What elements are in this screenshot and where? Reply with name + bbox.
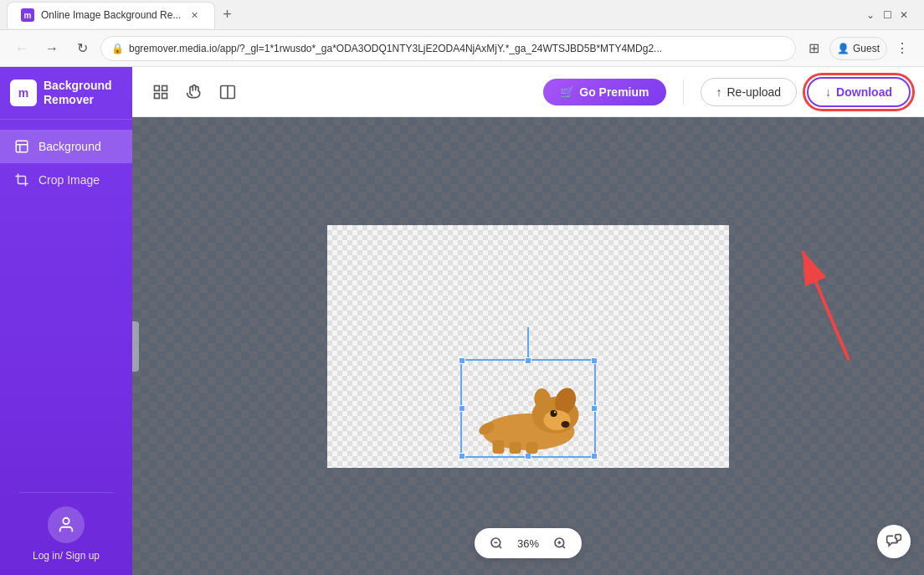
- select-tool-button[interactable]: [146, 77, 176, 107]
- account-button[interactable]: 👤 Guest: [829, 37, 887, 60]
- url-text: bgremover.media.io/app/?_gl=1*1rwusdo*_g…: [129, 43, 785, 54]
- premium-icon: 🛒: [560, 85, 574, 99]
- svg-rect-18: [526, 442, 538, 454]
- main-area: 🛒 Go Premium ↑ Re-upload ↓ Download: [132, 67, 924, 575]
- crop-label: Crop Image: [38, 173, 100, 187]
- browser-actions: ⊞ 👤 Guest ⋮: [803, 37, 914, 60]
- active-tab[interactable]: m Online Image Background Re... ✕: [7, 2, 215, 28]
- tab-title: Online Image Background Re...: [41, 9, 181, 21]
- download-icon: ↓: [825, 85, 831, 99]
- toolbar-divider: [683, 80, 684, 105]
- zoom-toolbar: 36%: [475, 528, 582, 558]
- back-button[interactable]: ←: [10, 37, 33, 60]
- svg-rect-4: [155, 93, 160, 98]
- premium-label: Go Premium: [579, 85, 649, 99]
- address-bar: ← → ↻ 🔒 bgremover.media.io/app/?_gl=1*1r…: [0, 30, 924, 67]
- svg-rect-3: [162, 85, 167, 90]
- svg-point-15: [554, 411, 556, 413]
- reupload-label: Re-upload: [727, 85, 782, 99]
- svg-line-26: [562, 546, 565, 548]
- svg-rect-5: [162, 93, 167, 98]
- sidebar-header: m Background Remover: [0, 67, 132, 120]
- toolbar-tools: [146, 77, 243, 107]
- background-label: Background: [38, 140, 101, 153]
- handle-top-left[interactable]: [459, 357, 465, 364]
- sidebar: m Background Remover Background: [0, 67, 132, 575]
- minimize-button[interactable]: ⌄: [864, 8, 877, 22]
- brand-line2: Remover: [44, 93, 112, 107]
- download-label: Download: [836, 85, 892, 99]
- scroll-handle[interactable]: [132, 321, 139, 372]
- extensions-button[interactable]: ⊞: [803, 37, 826, 60]
- zoom-out-button[interactable]: [486, 533, 506, 553]
- brand-line1: Background: [44, 79, 112, 93]
- compare-tool-button[interactable]: [213, 77, 243, 107]
- maximize-button[interactable]: ☐: [880, 8, 894, 22]
- handle-top-right[interactable]: [591, 357, 598, 364]
- sidebar-logo: m: [10, 80, 37, 106]
- sidebar-item-background[interactable]: Background: [0, 130, 132, 163]
- canvas-area: 36%: [132, 117, 924, 575]
- handle-top-center[interactable]: [525, 357, 531, 364]
- feedback-button[interactable]: [877, 525, 911, 558]
- close-button[interactable]: ✕: [897, 8, 911, 22]
- tab-bar: m Online Image Background Re... ✕ +: [7, 2, 239, 28]
- svg-rect-17: [510, 442, 521, 454]
- image-canvas: [327, 225, 729, 468]
- avatar[interactable]: [48, 506, 85, 543]
- go-premium-button[interactable]: 🛒 Go Premium: [543, 79, 665, 105]
- window-controls: ⌄ ☐ ✕: [864, 8, 911, 22]
- tab-close-button[interactable]: ✕: [187, 8, 201, 22]
- svg-line-21: [803, 251, 849, 360]
- sidebar-item-crop[interactable]: Crop Image: [0, 163, 132, 197]
- menu-button[interactable]: ⋮: [891, 37, 914, 60]
- url-bar[interactable]: 🔒 bgremover.media.io/app/?_gl=1*1rwusdo*…: [100, 36, 796, 61]
- account-label: Guest: [853, 43, 880, 54]
- browser-frame: m Online Image Background Re... ✕ + ⌄ ☐ …: [0, 0, 924, 575]
- sidebar-nav: Background Crop Image: [0, 120, 132, 492]
- svg-point-1: [63, 518, 69, 524]
- sidebar-brand: Background Remover: [44, 79, 112, 107]
- app-content: m Background Remover Background: [0, 67, 924, 575]
- app-toolbar: 🛒 Go Premium ↑ Re-upload ↓ Download: [132, 67, 924, 117]
- title-bar: m Online Image Background Re... ✕ + ⌄ ☐ …: [0, 0, 924, 30]
- download-button[interactable]: ↓ Download: [807, 77, 911, 107]
- selection-line: [527, 327, 529, 361]
- svg-point-13: [562, 421, 570, 428]
- tab-favicon: m: [21, 8, 34, 22]
- crop-icon: [13, 172, 30, 188]
- login-label[interactable]: Log in/ Sign up: [33, 550, 100, 562]
- hand-tool-button[interactable]: [179, 77, 209, 107]
- reupload-button[interactable]: ↑ Re-upload: [701, 78, 798, 106]
- lock-icon: 🔒: [111, 43, 124, 54]
- refresh-button[interactable]: ↻: [70, 37, 94, 60]
- svg-rect-2: [155, 85, 160, 90]
- dog-image: [464, 372, 593, 455]
- svg-line-23: [499, 546, 501, 548]
- red-arrow-annotation: [790, 234, 874, 372]
- zoom-in-button[interactable]: [550, 533, 570, 553]
- reupload-icon: ↑: [716, 85, 722, 99]
- sidebar-footer: Log in/ Sign up: [19, 492, 113, 575]
- svg-point-14: [551, 410, 557, 417]
- svg-rect-16: [493, 440, 505, 454]
- new-tab-button[interactable]: +: [215, 3, 239, 27]
- svg-rect-0: [16, 141, 28, 152]
- zoom-level: 36%: [513, 537, 543, 550]
- canvas-inner: [327, 225, 729, 468]
- background-icon: [13, 138, 30, 155]
- account-icon: 👤: [837, 43, 850, 54]
- forward-button[interactable]: →: [40, 37, 64, 60]
